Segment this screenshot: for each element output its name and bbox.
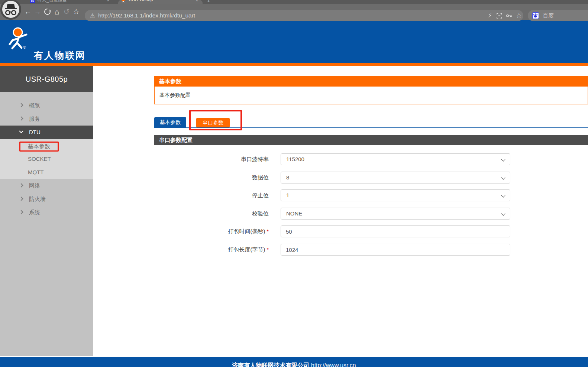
footer: 济南有人物联网技术有限公司 http://www.usr.cn — [0, 357, 588, 367]
brand-title: 有人物联网 — [34, 49, 86, 62]
chevron-right-icon — [19, 197, 23, 201]
baidu-paw-icon — [532, 12, 539, 19]
key-icon[interactable] — [506, 13, 513, 18]
tab-close-icon[interactable]: × — [107, 0, 110, 3]
sidebar-item-label: 系统 — [29, 206, 40, 219]
page-subtitle: 基本参数配置 — [154, 87, 588, 104]
back-icon[interactable]: ← — [23, 4, 33, 20]
field-label: 数据位 — [154, 172, 269, 184]
sidebar-item-label: 基本参数 — [28, 140, 50, 153]
baud-rate-select[interactable]: 115200 — [281, 153, 510, 165]
sidebar-item-overview[interactable]: 概览 — [0, 99, 93, 112]
sidebar-item-label: SOCKET — [28, 152, 51, 166]
select-value: 1 — [286, 192, 289, 198]
bookmark-star-icon[interactable]: ☆ — [71, 4, 81, 20]
home-icon[interactable]: ⌂ — [52, 4, 62, 20]
sidebar-item-services[interactable]: 服务 — [0, 112, 93, 126]
form-row-pack-length: 打包长度(字节)* — [154, 244, 588, 256]
save-bookmark-star-icon[interactable]: ☆ — [514, 10, 523, 21]
required-mark: * — [267, 244, 269, 256]
address-bar[interactable]: ⚠ http://192.168.1.1/index.html#dtu_uart… — [85, 10, 523, 21]
browser-tab-usr[interactable]: USR-G805p × — [118, 0, 203, 4]
baidu-search-label: 百度 — [543, 10, 554, 21]
sidebar-item-system[interactable]: 系统 — [0, 206, 93, 219]
sidebar-item-basic-params[interactable]: 基本参数 — [0, 140, 93, 153]
tab-serial-params[interactable]: 串口参数 — [196, 118, 230, 128]
select-value: 115200 — [286, 156, 304, 162]
sidebar-item-label: 服务 — [29, 112, 40, 126]
sidebar-item-label: 网络 — [29, 179, 40, 192]
chevron-right-icon — [19, 103, 23, 107]
field-label: 停止位 — [154, 189, 269, 201]
pack-length-input[interactable] — [281, 244, 510, 256]
field-label: 打包时间(毫秒)* — [154, 225, 269, 237]
sidebar-item-network[interactable]: 网络 — [0, 179, 93, 192]
new-tab-button[interactable]: + — [207, 0, 210, 4]
chevron-right-icon — [19, 210, 23, 214]
baidu-search-box[interactable]: 百度 — [528, 10, 588, 21]
tab-underline — [154, 127, 588, 128]
pack-time-input[interactable] — [281, 225, 510, 237]
form-row-baud-rate: 串口波特率 115200 — [154, 153, 588, 165]
parity-select[interactable]: NONE — [281, 208, 510, 220]
device-name: USR-G805p — [0, 66, 93, 92]
field-label: 串口波特率 — [154, 153, 269, 165]
baidu-favicon-icon: du — [30, 0, 35, 3]
sidebar-item-label: DTU — [29, 126, 41, 139]
chevron-down-icon — [19, 129, 23, 133]
header-accent-strip — [0, 63, 588, 66]
chevron-right-icon — [19, 116, 23, 120]
data-bits-select[interactable]: 8 — [281, 172, 510, 184]
registered-mark: ® — [23, 45, 26, 49]
lightning-extension-icon[interactable]: ⚡ — [485, 10, 494, 21]
url-scheme: http — [98, 12, 108, 19]
form-row-stop-bits: 停止位 1 — [154, 189, 588, 201]
url-text[interactable]: http://192.168.1.1/index.html#dtu_uart — [98, 10, 195, 21]
reload-icon[interactable] — [43, 7, 52, 16]
chevron-down-icon — [501, 175, 505, 179]
sidebar-item-firewall[interactable]: 防火墙 — [0, 192, 93, 206]
field-label: 打包长度(字节)* — [154, 244, 269, 256]
tab-title: 有人_百度搜索 — [38, 0, 67, 3]
chevron-down-icon — [501, 157, 505, 161]
capture-extension-icon[interactable] — [497, 13, 502, 19]
sidebar-item-mqtt[interactable]: MQTT — [0, 166, 93, 179]
select-value: 8 — [286, 174, 289, 181]
browser-tab-baidu[interactable]: du 有人_百度搜索 × — [28, 0, 115, 4]
site-header: ® 有人物联网 工业物联网通信专家 — [0, 20, 588, 63]
screen: du 有人_百度搜索 × USR-G805p × + ← → ⌂ ↺ ☆ ⚠ h… — [0, 0, 588, 367]
chevron-down-icon — [501, 193, 505, 197]
form-row-data-bits: 数据位 8 — [154, 172, 588, 184]
sidebar-item-label: 概览 — [29, 99, 40, 112]
sidebar-item-label: 防火墙 — [29, 192, 46, 206]
usr-favicon-icon — [121, 0, 126, 3]
page-title: 基本参数 — [154, 76, 588, 87]
incognito-icon — [0, 0, 21, 20]
chevron-down-icon — [501, 211, 505, 215]
browser-tab-strip: du 有人_百度搜索 × USR-G805p × + — [0, 0, 588, 4]
sidebar-item-dtu[interactable]: DTU — [0, 126, 93, 139]
sidebar-item-label: MQTT — [28, 166, 44, 179]
tab-close-icon[interactable]: × — [196, 0, 198, 3]
tab-basic-params[interactable]: 基本参数 — [154, 117, 186, 128]
required-mark: * — [267, 225, 269, 237]
undo-extension-icon[interactable]: ↺ — [62, 4, 71, 20]
footer-company: 济南有人物联网技术有限公司 — [232, 362, 309, 367]
chevron-right-icon — [19, 183, 23, 187]
form-row-pack-time: 打包时间(毫秒)* — [154, 225, 588, 237]
sidebar: USR-G805p 概览 服务 DTU 基本参数 SOCKET MQTT 网络 — [0, 66, 93, 356]
not-secure-warning-icon[interactable]: ⚠ — [90, 10, 95, 21]
select-value: NONE — [286, 210, 302, 217]
forward-icon[interactable]: → — [33, 4, 42, 20]
stop-bits-select[interactable]: 1 — [281, 189, 510, 201]
section-title: 串口参数配置 — [154, 135, 588, 145]
form-row-parity: 校验位 NONE — [154, 208, 588, 220]
field-label: 校验位 — [154, 208, 269, 220]
footer-url-link[interactable]: http://www.usr.cn — [311, 362, 356, 367]
sidebar-item-socket[interactable]: SOCKET — [0, 152, 93, 166]
tab-title: USR-G805p — [129, 0, 153, 2]
url-rest: ://192.168.1.1/index.html#dtu_uart — [108, 12, 195, 19]
browser-toolbar: ← → ⌂ ↺ ☆ ⚠ http://192.168.1.1/index.htm… — [0, 4, 588, 20]
